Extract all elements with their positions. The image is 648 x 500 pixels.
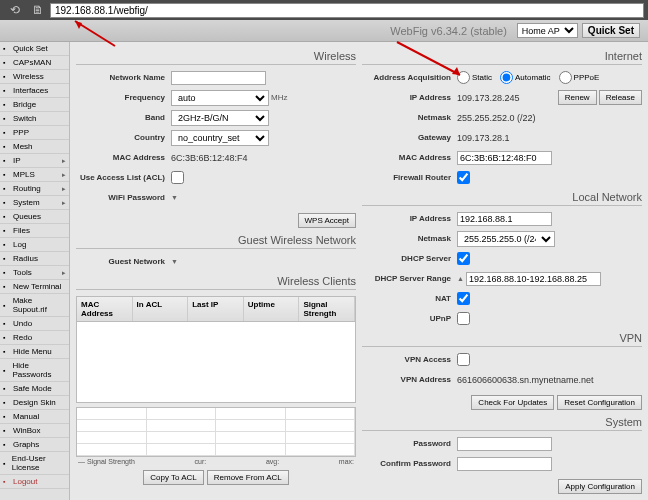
network-name-input[interactable] (171, 71, 266, 85)
dhcp-checkbox[interactable] (457, 252, 470, 265)
menu-icon: ▪ (3, 367, 10, 374)
local-ip-input[interactable] (457, 212, 552, 226)
menu-icon: ▪ (3, 185, 11, 192)
sidebar-item-mpls[interactable]: ▪MPLS▸ (0, 168, 69, 182)
table-header[interactable]: In ACL (133, 297, 189, 321)
menu-icon: ▪ (3, 157, 11, 164)
sidebar-item-wireless[interactable]: ▪Wireless (0, 70, 69, 84)
table-header[interactable]: Last IP (188, 297, 244, 321)
sidebar-item-ppp[interactable]: ▪PPP (0, 126, 69, 140)
sidebar-item-system[interactable]: ▪System▸ (0, 196, 69, 210)
check-updates-button[interactable]: Check For Updates (471, 395, 554, 410)
chevron-right-icon: ▸ (62, 171, 66, 179)
sidebar-item-switch[interactable]: ▪Switch (0, 112, 69, 126)
sidebar-item-design-skin[interactable]: ▪Design Skin (0, 396, 69, 410)
sidebar-item-redo[interactable]: ▪Redo (0, 331, 69, 345)
menu-icon: ▪ (3, 87, 11, 94)
sidebar-item-capsman[interactable]: ▪CAPsMAN (0, 56, 69, 70)
internet-mac-input[interactable] (457, 151, 552, 165)
acq-auto-radio[interactable] (500, 71, 513, 84)
chevron-right-icon: ▸ (62, 199, 66, 207)
menu-icon: ▪ (3, 143, 11, 150)
acq-pppoe-radio[interactable] (559, 71, 572, 84)
menu-icon: ▪ (3, 101, 11, 108)
url-input[interactable] (50, 3, 644, 18)
remove-acl-button[interactable]: Remove From ACL (207, 470, 289, 485)
frequency-select[interactable]: auto (171, 90, 269, 106)
dhcp-range-input[interactable] (466, 272, 601, 286)
sidebar-item-winbox[interactable]: ▪WinBox (0, 424, 69, 438)
menu-icon: ▪ (3, 129, 11, 136)
menu-icon: ▪ (3, 399, 11, 406)
system-title: System (362, 414, 642, 431)
wireless-title: Wireless (76, 48, 356, 65)
file-icon: 🗎 (32, 3, 44, 17)
country-select[interactable]: no_country_set (171, 130, 269, 146)
menu-icon: ▪ (3, 478, 11, 485)
clients-table: MAC AddressIn ACLLast IPUptimeSignal Str… (76, 296, 356, 403)
vpn-title: VPN (362, 330, 642, 347)
sidebar-item-graphs[interactable]: ▪Graphs (0, 438, 69, 452)
sidebar-item-hide-passwords[interactable]: ▪Hide Passwords (0, 359, 69, 382)
menu-icon: ▪ (3, 115, 11, 122)
sidebar-item-bridge[interactable]: ▪Bridge (0, 98, 69, 112)
wps-button[interactable]: WPS Accept (298, 213, 356, 228)
sidebar-item-tools[interactable]: ▪Tools▸ (0, 266, 69, 280)
menu-icon: ▪ (3, 413, 11, 420)
release-button[interactable]: Release (599, 90, 642, 105)
sidebar-item-queues[interactable]: ▪Queues (0, 210, 69, 224)
signal-chart (76, 407, 356, 457)
menu-icon: ▪ (3, 213, 11, 220)
menu-icon: ▪ (3, 283, 11, 290)
table-header[interactable]: MAC Address (77, 297, 133, 321)
password-input[interactable] (457, 437, 552, 451)
sidebar-item-mesh[interactable]: ▪Mesh (0, 140, 69, 154)
apply-config-button[interactable]: Apply Configuration (558, 479, 642, 494)
acl-checkbox[interactable] (171, 171, 184, 184)
sidebar-item-logout[interactable]: ▪Logout (0, 475, 69, 489)
menu-icon: ▪ (3, 227, 11, 234)
sidebar-item-radius[interactable]: ▪Radius (0, 252, 69, 266)
sidebar-item-routing[interactable]: ▪Routing▸ (0, 182, 69, 196)
sidebar-item-log[interactable]: ▪Log (0, 238, 69, 252)
sidebar-item-make-supout.rif[interactable]: ▪Make Supout.rif (0, 294, 69, 317)
sidebar-item-new-terminal[interactable]: ▪New Terminal (0, 280, 69, 294)
sidebar: ▪Quick Set▪CAPsMAN▪Wireless▪Interfaces▪B… (0, 42, 70, 500)
expand-icon[interactable]: ▼ (171, 194, 178, 201)
menu-icon: ▪ (3, 302, 11, 309)
mode-select[interactable]: Home AP (517, 23, 578, 38)
sidebar-item-manual[interactable]: ▪Manual (0, 410, 69, 424)
confirm-password-input[interactable] (457, 457, 552, 471)
table-header[interactable]: Uptime (244, 297, 300, 321)
table-header[interactable]: Signal Strength (299, 297, 355, 321)
nat-checkbox[interactable] (457, 292, 470, 305)
menu-icon: ▪ (3, 45, 11, 52)
sidebar-item-ip[interactable]: ▪IP▸ (0, 154, 69, 168)
menu-icon: ▪ (3, 241, 11, 248)
sidebar-item-interfaces[interactable]: ▪Interfaces (0, 84, 69, 98)
sidebar-item-undo[interactable]: ▪Undo (0, 317, 69, 331)
acq-static-radio[interactable] (457, 71, 470, 84)
menu-icon: ▪ (3, 320, 11, 327)
reset-config-button[interactable]: Reset Configuration (557, 395, 642, 410)
quickset-button[interactable]: Quick Set (582, 23, 640, 38)
sidebar-item-safe-mode[interactable]: ▪Safe Mode (0, 382, 69, 396)
local-netmask-select[interactable]: 255.255.255.0 (/24) (457, 231, 555, 247)
vpn-checkbox[interactable] (457, 353, 470, 366)
chevron-right-icon: ▸ (62, 157, 66, 165)
menu-icon: ▪ (3, 73, 11, 80)
sidebar-item-files[interactable]: ▪Files (0, 224, 69, 238)
renew-button[interactable]: Renew (558, 90, 597, 105)
band-select[interactable]: 2GHz-B/G/N (171, 110, 269, 126)
copy-acl-button[interactable]: Copy To ACL (143, 470, 204, 485)
upnp-checkbox[interactable] (457, 312, 470, 325)
sidebar-item-quick-set[interactable]: ▪Quick Set (0, 42, 69, 56)
sidebar-item-hide-menu[interactable]: ▪Hide Menu (0, 345, 69, 359)
sidebar-item-end-user-license[interactable]: ▪End-User License (0, 452, 69, 475)
clients-title: Wireless Clients (76, 273, 356, 290)
reload-icon[interactable]: ⟲ (10, 3, 20, 17)
collapse-icon[interactable]: ▲ (457, 275, 464, 282)
firewall-checkbox[interactable] (457, 171, 470, 184)
expand-icon[interactable]: ▼ (171, 258, 178, 265)
guest-title: Guest Wireless Network (76, 232, 356, 249)
